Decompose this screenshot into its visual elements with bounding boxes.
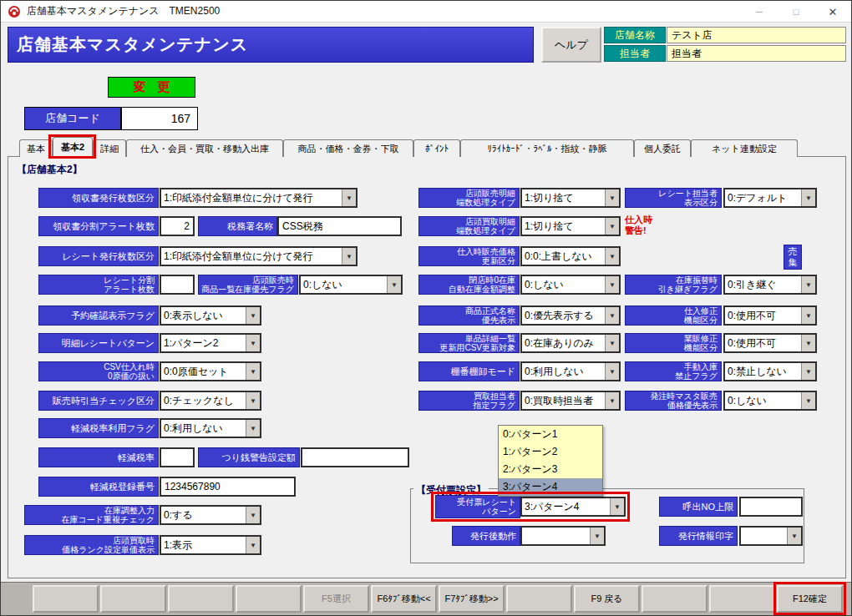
combo-item-detail-csv-update[interactable]: 0:在庫ありのみ	[520, 333, 621, 353]
close-icon[interactable]: ✕	[814, 1, 851, 23]
input-tax-office[interactable]: CSS税務	[277, 216, 402, 236]
fkey-f3-blank	[168, 585, 234, 613]
chevron-down-icon[interactable]	[801, 189, 815, 206]
chevron-down-icon[interactable]	[387, 276, 401, 293]
combo-reception-receipt-pattern[interactable]: 3:パターン4	[520, 497, 626, 517]
label-receipt-split-alert: 領収書分割アラート枚数	[38, 216, 159, 236]
input-reduced-tax-number[interactable]: 1234567890	[160, 477, 296, 497]
combo-stock-transfer-inherit[interactable]: 0:引き継ぐ	[723, 275, 817, 295]
input-call-no-limit[interactable]	[739, 497, 803, 517]
input-reduced-tax-rate[interactable]	[160, 447, 195, 467]
combo-receipt-issue[interactable]: 1:印紙添付金額単位に分けて発行	[160, 188, 358, 208]
chevron-down-icon[interactable]	[801, 307, 815, 324]
combo-store-sale-stock-priority[interactable]: 0:しない	[299, 275, 403, 295]
combo-reduced-tax-flag[interactable]: 0:利用しない	[160, 418, 261, 438]
chevron-down-icon[interactable]	[605, 248, 619, 265]
combo-slip-issue[interactable]: 1:印紙添付金額単位に分けて発行	[160, 246, 358, 266]
chevron-down-icon[interactable]	[246, 307, 260, 324]
input-slip-split-alert[interactable]	[160, 275, 195, 295]
chevron-down-icon[interactable]	[605, 276, 619, 293]
combo-purchase-price-update[interactable]: 0:0:上書しない	[520, 246, 621, 266]
combo-sale-allocate-check[interactable]: 0:チェックなし	[160, 391, 261, 411]
label-reduced-tax-number: 軽減税登録番号	[38, 477, 159, 497]
input-change-warning-amount[interactable]	[301, 447, 409, 467]
combo-tana-inventory-mode[interactable]: 0:利用しない	[520, 361, 621, 381]
chevron-down-icon[interactable]	[246, 537, 260, 553]
chevron-down-icon[interactable]	[590, 528, 604, 544]
label-purchase-fix-function: 仕入修正 機能区分	[625, 305, 722, 326]
combo-buy-staff-assign[interactable]: 0:買取時担当者	[520, 391, 621, 411]
tab-point[interactable]: ﾎﾟｲﾝﾄ	[413, 139, 460, 157]
fkey-f12-confirm[interactable]: F12確定	[777, 585, 843, 613]
dropdown-option-pattern1[interactable]: 0:パターン1	[499, 426, 602, 443]
label-slip-issue: レシート発行枚数区分	[38, 246, 159, 266]
chevron-down-icon[interactable]	[246, 420, 260, 437]
combo-product-official-name[interactable]: 0:優先表示する	[520, 305, 621, 326]
label-after-issue-action: 発行後動作	[452, 526, 520, 546]
change-mode-button[interactable]: 変更	[108, 77, 195, 98]
combo-detail-receipt-pattern[interactable]: 1:パターン2	[160, 333, 261, 353]
tab-basic[interactable]: 基本	[19, 139, 53, 157]
combo-issue-info-print[interactable]	[739, 526, 803, 546]
chevron-down-icon[interactable]	[605, 363, 619, 380]
fkey-f7-tab-forward[interactable]: F7ﾀﾌﾞ移動>>	[439, 585, 505, 613]
combo-sale-detail-rounding[interactable]: 1:切り捨て	[520, 188, 621, 208]
tab-purchase-member[interactable]: 仕入・会員・買取・移動入出庫	[126, 139, 283, 157]
chevron-down-icon[interactable]	[246, 507, 260, 523]
tab-personal-consign[interactable]: 個人委託	[634, 139, 691, 157]
chevron-down-icon[interactable]	[605, 335, 619, 351]
combo-reserve-confirm[interactable]: 0:表示しない	[160, 305, 261, 326]
dropdown-option-pattern2[interactable]: 1:パターン2	[499, 443, 602, 461]
combo-stock-adjust-dup-check[interactable]: 0:する	[160, 505, 261, 525]
dropdown-option-pattern3[interactable]: 2:パターン3	[499, 461, 602, 478]
chevron-down-icon[interactable]	[342, 248, 356, 265]
combo-buy-detail-rounding[interactable]: 1:切り捨て	[520, 216, 621, 236]
combo-purchase-fix-function[interactable]: 0:使用不可	[723, 305, 817, 326]
chevron-down-icon[interactable]	[246, 363, 260, 380]
maximize-icon[interactable]: □	[778, 1, 814, 23]
dropdown-option-pattern4-selected[interactable]: 3:パターン4	[499, 478, 602, 496]
chevron-down-icon[interactable]	[605, 392, 619, 409]
chevron-down-icon[interactable]	[801, 363, 815, 380]
fkey-f11-blank	[709, 585, 775, 613]
chevron-down-icon[interactable]	[801, 335, 815, 351]
label-receipt-issue: 領収書発行枚数区分	[38, 188, 159, 208]
chevron-down-icon[interactable]	[610, 498, 624, 515]
fkey-f5-select[interactable]: F5選択	[303, 585, 369, 613]
combo-csv-zero-cost[interactable]: 0:0原価セット	[160, 361, 261, 381]
tab-net-link[interactable]: ネット連動設定	[691, 139, 798, 157]
help-button[interactable]: ヘルプ	[541, 27, 601, 63]
input-receipt-split-alert[interactable]: 2	[160, 216, 195, 236]
combo-store-buy-price-rank[interactable]: 1:表示	[160, 535, 261, 555]
chevron-down-icon[interactable]	[801, 392, 815, 409]
chevron-down-icon[interactable]	[801, 276, 815, 293]
chevron-down-icon[interactable]	[605, 218, 619, 235]
tab-detail[interactable]: 詳細	[93, 139, 126, 157]
label-receipt-staff-display: レシート担当者 表示区分	[625, 188, 722, 208]
chevron-down-icon[interactable]	[605, 307, 619, 324]
combo-receipt-staff-display[interactable]: 0:デフォルト	[723, 188, 817, 208]
window-title: 店舗基本マスタメンテナンス TMEN2500	[27, 4, 220, 18]
combo-after-issue-action[interactable]	[520, 526, 606, 546]
chevron-down-icon[interactable]	[605, 189, 619, 206]
fkey-f9-back[interactable]: F9 戻る	[574, 585, 640, 613]
label-buy-staff-assign: 買取担当者 指定フラグ	[418, 391, 520, 411]
chevron-down-icon[interactable]	[246, 392, 260, 409]
store-code-input[interactable]: 167	[121, 107, 198, 130]
combo-gyohan-fix-function[interactable]: 0:使用不可	[723, 333, 817, 353]
tab-basic2[interactable]: 基本2	[53, 137, 93, 157]
tab-rewrite-card[interactable]: ﾘﾗｲﾄｶｰﾄﾞ・ﾗﾍﾞﾙ・指紋・静脈	[460, 139, 634, 157]
label-sale-detail-rounding: 店頭販売明細 端数処理タイプ	[418, 188, 520, 208]
minimize-icon[interactable]: ─	[741, 1, 778, 23]
pattern-dropdown-list: 0:パターン1 1:パターン2 2:パターン3 3:パターン4	[498, 425, 603, 497]
label-stock-transfer-inherit: 在庫振替時 引き継ぎフラグ	[625, 275, 722, 295]
tab-product-price[interactable]: 商品・価格・金券・下取	[283, 139, 413, 157]
combo-manual-stockin-forbid[interactable]: 0:禁止しない	[723, 361, 817, 381]
chevron-down-icon[interactable]	[787, 528, 801, 544]
label-purchase-price-update: 仕入時販売価格 更新区分	[418, 246, 520, 266]
combo-order-master-price[interactable]: 0:しない	[723, 391, 817, 411]
fkey-f6-tab-back[interactable]: F6ﾀﾌﾞ移動<<	[371, 585, 437, 613]
chevron-down-icon[interactable]	[342, 189, 356, 206]
combo-close-zero-stock-adjust[interactable]: 0:しない	[520, 275, 621, 295]
chevron-down-icon[interactable]	[246, 335, 260, 351]
